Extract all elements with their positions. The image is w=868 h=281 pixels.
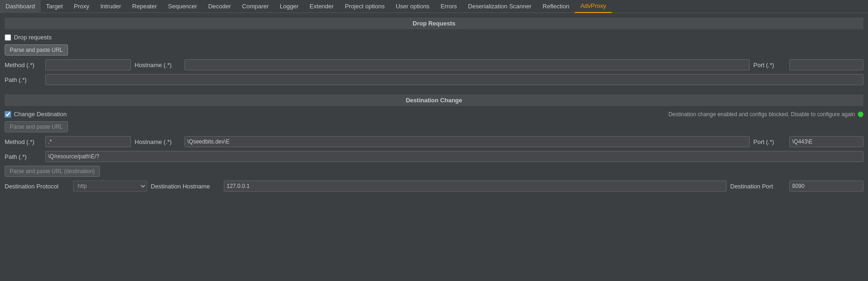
drop-path-row: Path (.*) [5,74,863,85]
dest-method-label: Method (.*) [5,138,42,145]
nav-item-advproxy[interactable]: AdvProxy [575,0,612,13]
drop-requests-checkbox[interactable] [5,34,11,41]
nav-item-logger[interactable]: Logger [274,0,304,13]
drop-requests-header: Drop Requests [5,18,863,29]
drop-port-label: Port (.*) [753,62,786,69]
dest-hostname-dest-label: Destination Hostname [151,183,220,190]
nav-item-sequencer[interactable]: Sequencer [162,0,203,13]
destination-change-header: Destination Change [5,94,863,106]
change-destination-checkbox[interactable] [5,111,11,118]
drop-port-input[interactable] [789,59,863,70]
dest-hostname-input[interactable] [185,136,750,147]
drop-path-label: Path (.*) [5,76,42,83]
drop-path-input[interactable] [45,74,863,85]
nav-item-deserialization-scanner[interactable]: Deserialization Scanner [462,0,537,13]
dest-port-label: Port (.*) [753,138,786,145]
parse-paste-url-destination-button[interactable]: Parse and paste URL (destination) [5,166,100,177]
dest-protocol-label: Destination Protocol [5,183,69,190]
dest-protocol-row: Destination Protocol http https Destinat… [5,181,863,192]
destination-status: Destination change enabled and configs b… [668,111,863,118]
dest-path-label: Path (.*) [5,153,42,160]
destination-change-section: Destination Change Change Destination De… [5,94,863,192]
dest-port-input[interactable] [789,136,863,147]
drop-requests-label: Drop requests [14,34,52,41]
nav-item-repeater[interactable]: Repeater [127,0,162,13]
dest-protocol-select[interactable]: http https [73,181,147,192]
nav-item-reflection[interactable]: Reflection [537,0,575,13]
drop-mhp-row: Method (.*) Hostname (.*) Port (.*) [5,59,863,70]
nav-item-project-options[interactable]: Project options [339,0,390,13]
drop-requests-section: Drop Requests Drop requests Parse and pa… [5,18,863,85]
drop-method-input[interactable] [45,59,131,70]
nav-item-proxy[interactable]: Proxy [68,0,95,13]
dest-port-dest-input[interactable] [789,181,863,192]
dest-status-row: Change Destination Destination change en… [5,111,863,118]
status-dot-icon [858,112,863,117]
dest-mhp-row: Method (.*) Hostname (.*) Port (.*) [5,136,863,147]
dest-method-input[interactable] [45,136,131,147]
nav-item-comparer[interactable]: Comparer [236,0,274,13]
navbar: Dashboard Target Proxy Intruder Repeater… [0,0,868,13]
nav-item-dashboard[interactable]: Dashboard [0,0,41,13]
parse-paste-url-button-drop[interactable]: Parse and paste URL [5,44,68,56]
dest-port-dest-label: Destination Port [730,183,786,190]
parse-paste-url-button-dest[interactable]: Parse and paste URL [5,121,68,132]
nav-item-extender[interactable]: Extender [304,0,339,13]
dest-hostname-label: Hostname (.*) [135,138,181,145]
nav-item-intruder[interactable]: Intruder [95,0,127,13]
dest-hostname-dest-input[interactable] [224,181,726,192]
change-dest-checkbox-row: Change Destination [5,111,67,118]
drop-hostname-input[interactable] [185,59,750,70]
nav-item-target[interactable]: Target [41,0,68,13]
drop-hostname-label: Hostname (.*) [135,62,181,69]
destination-status-text: Destination change enabled and configs b… [668,111,855,118]
drop-method-label: Method (.*) [5,62,42,69]
main-content: Drop Requests Drop requests Parse and pa… [0,13,868,206]
dest-path-input[interactable] [45,151,863,162]
nav-item-errors[interactable]: Errors [435,0,462,13]
change-destination-label: Change Destination [14,111,67,118]
nav-item-decoder[interactable]: Decoder [203,0,236,13]
dest-path-row: Path (.*) [5,151,863,162]
drop-requests-checkbox-row: Drop requests [5,34,863,41]
nav-item-user-options[interactable]: User options [390,0,435,13]
